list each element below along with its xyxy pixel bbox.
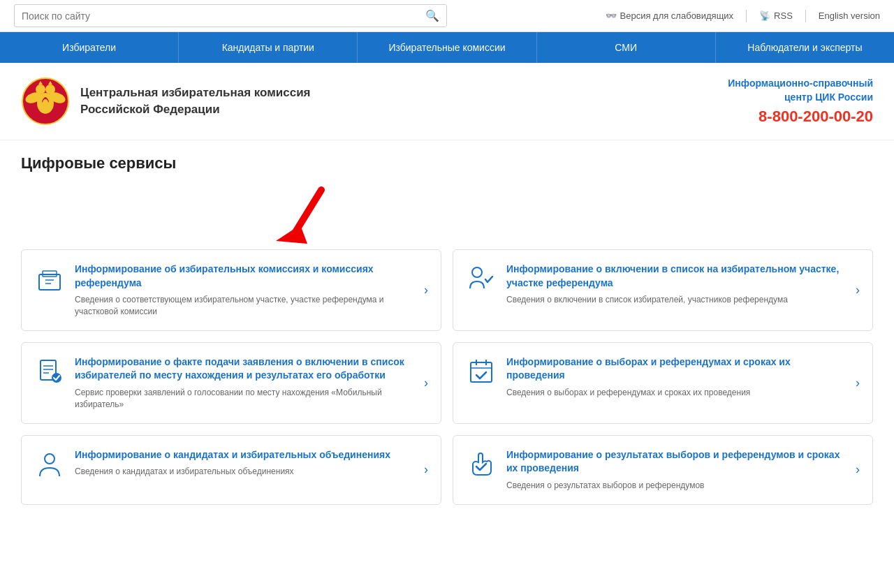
card-body-candidates: Информирование о кандидатах и избиратель… [75, 448, 414, 478]
card-body-inclusion: Информирование о включении в список на и… [506, 263, 846, 306]
card-arrow-inclusion: › [856, 283, 860, 297]
red-arrow-annotation [265, 186, 349, 249]
search-wrap: 🔍 [14, 4, 447, 27]
svg-marker-10 [276, 225, 307, 244]
section-title: Цифровые сервисы [21, 154, 873, 172]
card-arrow-commissions: › [424, 283, 428, 297]
card-body-results: Информирование о результатах выборов и р… [506, 448, 846, 492]
header-section: Центральная избирательная комиссия Росси… [0, 63, 894, 140]
info-center: Информационно-справочный центр ЦИК Росси… [728, 77, 873, 125]
card-desc-candidates: Сведения о кандидатах и избирательных об… [75, 466, 414, 478]
card-body-elections: Информирование о выборах и референдумах … [506, 355, 846, 399]
card-title-elections: Информирование о выборах и референдумах … [506, 355, 846, 383]
english-link[interactable]: English version [819, 10, 880, 21]
svg-point-5 [45, 84, 55, 94]
logo-icon [21, 77, 70, 126]
card-results[interactable]: Информирование о результатах выборов и р… [453, 435, 873, 505]
card-elections[interactable]: Информирование о выборах и референдумах … [453, 342, 873, 424]
org-title-block: Центральная избирательная комиссия Росси… [80, 84, 311, 118]
svg-point-8 [43, 99, 48, 106]
search-input[interactable] [15, 6, 418, 26]
card-title-candidates: Информирование о кандидатах и избиратель… [75, 448, 414, 462]
card-icon-application [34, 355, 65, 386]
svg-point-25 [45, 454, 54, 464]
person-id-icon [36, 450, 64, 478]
svg-rect-21 [471, 362, 492, 382]
nav-item-candidates[interactable]: Кандидаты и партии [179, 32, 358, 63]
nav-item-observers[interactable]: Наблюдатели и эксперты [716, 32, 894, 63]
card-icon-commissions [34, 263, 65, 293]
check-hand-icon [467, 450, 495, 478]
glasses-icon: 👓 [606, 10, 617, 21]
card-icon-results [466, 448, 497, 479]
card-title-results: Информирование о результатах выборов и р… [506, 448, 846, 476]
nav-bar: Избиратели Кандидаты и партии Избиратель… [0, 32, 894, 63]
card-arrow-results: › [856, 462, 860, 477]
card-icon-candidates [34, 448, 65, 479]
divider [746, 10, 747, 22]
top-right: 👓 Версия для слабовидящих 📡 RSS English … [606, 10, 881, 22]
vision-link[interactable]: 👓 Версия для слабовидящих [606, 10, 734, 21]
ballot-box-icon [36, 264, 64, 292]
card-title-application: Информирование о факте подачи заявления … [75, 355, 414, 383]
cards-grid: Информирование об избирательных комиссия… [21, 249, 873, 505]
card-inclusion[interactable]: Информирование о включении в список на и… [453, 249, 873, 331]
main-content: Цифровые сервисы Информирование об избир… [0, 140, 894, 519]
card-desc-inclusion: Сведения о включении в список избирателе… [506, 294, 846, 306]
divider [805, 10, 806, 22]
card-commissions[interactable]: Информирование об избирательных комиссия… [21, 249, 441, 331]
top-bar: 🔍 👓 Версия для слабовидящих 📡 RSS Englis… [0, 0, 894, 32]
card-body-application: Информирование о факте подачи заявления … [75, 355, 414, 411]
nav-item-media[interactable]: СМИ [537, 32, 716, 63]
search-button[interactable]: 🔍 [418, 5, 446, 27]
nav-item-commissions[interactable]: Избирательные комиссии [358, 32, 536, 63]
rss-link[interactable]: 📡 RSS [759, 10, 793, 21]
card-body-commissions: Информирование об избирательных комиссия… [75, 263, 414, 318]
card-icon-inclusion [466, 263, 497, 293]
card-title-commissions: Информирование об избирательных комиссия… [75, 263, 414, 290]
info-center-text: Информационно-справочный центр ЦИК Росси… [728, 77, 873, 104]
svg-point-15 [472, 267, 482, 277]
rss-icon: 📡 [759, 10, 770, 21]
card-title-inclusion: Информирование о включении в список на и… [506, 263, 846, 290]
card-desc-elections: Сведения о выборах и референдумах и срок… [506, 387, 846, 399]
svg-line-9 [293, 190, 321, 235]
person-check-icon [467, 264, 495, 292]
card-icon-elections [466, 355, 497, 386]
card-arrow-elections: › [856, 376, 860, 390]
nav-item-voters[interactable]: Избиратели [0, 32, 179, 63]
phone-number: 8-800-200-00-20 [728, 108, 873, 126]
card-desc-application: Сервис проверки заявлений о голосовании … [75, 387, 414, 411]
card-arrow-candidates: › [424, 462, 428, 477]
annotation-container [21, 186, 873, 249]
card-application[interactable]: Информирование о факте подачи заявления … [21, 342, 441, 424]
logo-area: Центральная избирательная комиссия Росси… [21, 77, 311, 126]
card-arrow-application: › [424, 376, 428, 390]
calendar-check-icon [467, 357, 495, 385]
card-desc-commissions: Сведения о соответствующем избирательном… [75, 294, 414, 318]
card-candidates[interactable]: Информирование о кандидатах и избиратель… [21, 435, 441, 505]
svg-point-4 [36, 84, 45, 94]
document-list-icon [36, 357, 64, 385]
card-desc-results: Сведения о результатах выборов и референ… [506, 480, 846, 492]
